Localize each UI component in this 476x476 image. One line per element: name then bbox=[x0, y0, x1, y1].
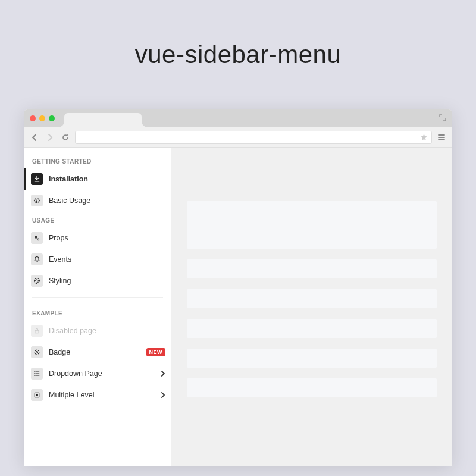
svg-rect-5 bbox=[35, 330, 39, 333]
sidebar-item-badge[interactable]: Badge NEW bbox=[24, 342, 171, 363]
sidebar-item-label: Basic Usage bbox=[49, 196, 165, 205]
lock-icon bbox=[31, 325, 43, 337]
sidebar: GETTING STARTED Installation Basic Usage… bbox=[24, 148, 171, 466]
sidebar-item-label: Badge bbox=[49, 348, 146, 356]
app-content: GETTING STARTED Installation Basic Usage… bbox=[24, 148, 452, 466]
svg-point-9 bbox=[34, 375, 35, 376]
svg-point-3 bbox=[36, 279, 37, 280]
cogs-icon bbox=[31, 232, 43, 244]
sidebar-item-label: Events bbox=[49, 255, 165, 264]
browser-tab[interactable] bbox=[64, 113, 142, 127]
content-placeholder bbox=[187, 289, 437, 308]
sidebar-item-label: Installation bbox=[49, 175, 165, 183]
download-icon bbox=[31, 173, 43, 185]
sidebar-item-label: Disabled page bbox=[49, 327, 165, 335]
sidebar-item-installation[interactable]: Installation bbox=[24, 168, 171, 190]
chevron-right-icon bbox=[161, 371, 165, 377]
content-placeholder bbox=[187, 378, 437, 397]
reload-button[interactable] bbox=[60, 133, 71, 142]
browser-tabbar bbox=[24, 109, 452, 127]
sidebar-item-events[interactable]: Events bbox=[24, 249, 171, 270]
svg-rect-11 bbox=[36, 394, 38, 396]
forward-button[interactable] bbox=[44, 133, 56, 142]
new-badge: NEW bbox=[146, 348, 166, 356]
back-button[interactable] bbox=[29, 133, 40, 142]
sidebar-item-label: Dropdown Page bbox=[49, 369, 161, 378]
main-content bbox=[171, 148, 452, 466]
chevron-right-icon bbox=[161, 392, 165, 398]
sidebar-item-styling[interactable]: Styling bbox=[24, 270, 171, 292]
window-close-button[interactable] bbox=[30, 115, 36, 121]
sidebar-item-label: Styling bbox=[49, 277, 165, 285]
svg-point-7 bbox=[34, 371, 35, 372]
layers-icon bbox=[31, 389, 43, 401]
content-placeholder bbox=[187, 319, 437, 338]
svg-point-0 bbox=[35, 236, 37, 238]
svg-point-2 bbox=[35, 280, 36, 281]
expand-icon[interactable] bbox=[439, 114, 446, 121]
sidebar-item-dropdown-page[interactable]: Dropdown Page bbox=[24, 363, 171, 384]
svg-point-1 bbox=[37, 239, 39, 240]
content-placeholder bbox=[187, 201, 437, 249]
sidebar-item-props[interactable]: Props bbox=[24, 227, 171, 249]
sidebar-item-basic-usage[interactable]: Basic Usage bbox=[24, 190, 171, 211]
svg-point-4 bbox=[38, 280, 39, 281]
browser-menu-button[interactable] bbox=[436, 133, 447, 142]
svg-point-6 bbox=[36, 352, 38, 353]
section-header-example: EXAMPLE bbox=[24, 304, 171, 320]
url-bar[interactable] bbox=[75, 131, 432, 144]
window-minimize-button[interactable] bbox=[39, 115, 45, 121]
sidebar-item-multiple-level[interactable]: Multiple Level bbox=[24, 384, 171, 406]
bell-icon bbox=[31, 253, 43, 265]
svg-point-8 bbox=[34, 373, 35, 374]
content-placeholder bbox=[187, 259, 437, 278]
list-icon bbox=[31, 368, 43, 380]
section-header-getting-started: GETTING STARTED bbox=[24, 152, 171, 168]
sidebar-item-label: Multiple Level bbox=[49, 391, 161, 399]
browser-toolbar bbox=[24, 127, 452, 148]
bookmark-star-icon[interactable] bbox=[420, 133, 428, 141]
window-maximize-button[interactable] bbox=[49, 115, 55, 121]
sidebar-divider bbox=[32, 298, 163, 298]
sidebar-item-disabled-page: Disabled page bbox=[24, 320, 171, 342]
sidebar-item-label: Props bbox=[49, 234, 165, 242]
gear-icon bbox=[31, 346, 43, 358]
page-title: vue-sidebar-menu bbox=[0, 0, 476, 69]
browser-window: GETTING STARTED Installation Basic Usage… bbox=[24, 109, 452, 466]
section-header-usage: USAGE bbox=[24, 211, 171, 227]
palette-icon bbox=[31, 275, 43, 287]
content-placeholder bbox=[187, 349, 437, 368]
code-icon bbox=[31, 195, 43, 206]
